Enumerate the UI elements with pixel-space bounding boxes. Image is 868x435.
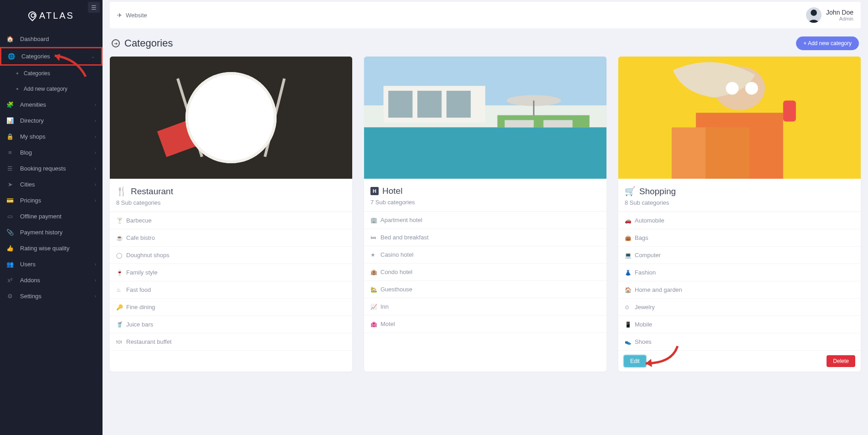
sub-item[interactable]: ⊙Jewelry (618, 299, 861, 316)
chevron-right-icon: › (95, 262, 96, 267)
sub-item[interactable]: ★Casino hotel (364, 246, 606, 264)
sub-label: Fine dining (126, 304, 155, 311)
card-title-text: Shopping (639, 186, 676, 197)
nav-label: Cities (20, 181, 35, 188)
website-link[interactable]: ✈ Website (117, 12, 147, 19)
nav-dashboard[interactable]: 🏠 Dashboard (0, 31, 103, 47)
plane-icon: ✈ (117, 12, 122, 19)
card-subcount: 8 Sub categories (625, 199, 854, 206)
nav-sub-label: Categories (24, 70, 50, 77)
sub-item[interactable]: 🏨Condo hotel (364, 264, 606, 281)
clip-icon: 📎 (6, 229, 14, 236)
nav-label: Directory (20, 117, 44, 124)
sub-label: Barbecue (126, 217, 152, 224)
sub-item[interactable]: 🏩Motel (364, 316, 606, 333)
nav-rating[interactable]: 👍 Rating wise quality (0, 240, 103, 256)
utensils-icon: 🍴 (116, 186, 127, 197)
sub-label: Guesthouse (380, 286, 412, 293)
sub-item[interactable]: 🏢Apartment hotel (364, 212, 606, 229)
sub-label: Mobile (635, 321, 652, 328)
sub-item[interactable]: 🚗Automobile (618, 212, 861, 229)
list-icon: ≡ (6, 149, 14, 156)
sub-icon: 🍷 (116, 269, 123, 276)
sub-label: Condo hotel (380, 269, 412, 275)
sub-item[interactable]: 🔑Fine dining (110, 299, 352, 316)
chevron-right-icon: › (95, 134, 96, 139)
nav-label: Pricings (20, 197, 41, 204)
sub-item[interactable]: 🍷Family style (110, 264, 352, 281)
nav-addons[interactable]: x² Addons › (0, 272, 103, 288)
nav-sub-label: Add new category (24, 86, 67, 92)
nav-payment-history[interactable]: 📎 Payment history (0, 224, 103, 240)
sub-item[interactable]: 👗Fashion (618, 264, 861, 281)
add-category-button[interactable]: + Add new category (796, 36, 859, 50)
nav-booking[interactable]: ☰ Booking requests › (0, 161, 103, 176)
sub-list: 🏢Apartment hotel 🛏Bed and breakfast ★Cas… (364, 212, 606, 333)
dot-icon (16, 72, 18, 74)
chevron-right-icon: › (95, 198, 96, 203)
nav-cities[interactable]: ➤ Cities › (0, 176, 103, 192)
brand-text: ATLAS (39, 10, 74, 21)
brand[interactable]: ATLAS (0, 2, 103, 29)
sub-item[interactable]: 🍽Restaurant buffet (110, 333, 352, 351)
sub-label: Motel (380, 321, 395, 327)
edit-button[interactable]: Edit (624, 355, 646, 367)
sub-item[interactable]: 👟Shoes (618, 333, 861, 351)
nav-label: Rating wise quality (20, 245, 69, 252)
rect-icon: ▭ (6, 213, 14, 220)
arrow-circle-icon: ➔ (112, 39, 120, 47)
sub-icon: 🛏 (370, 234, 377, 241)
nav-offline-payment[interactable]: ▭ Offline payment (0, 208, 103, 224)
svg-point-0 (811, 10, 817, 16)
card-actions: Edit Delete (618, 351, 861, 372)
sub-item[interactable]: 👜Bags (618, 229, 861, 247)
sub-list: 🍸Barbecue ☕Cafe bistro ◯Doughnut shops 🍷… (110, 212, 352, 351)
sub-label: Automobile (635, 217, 664, 224)
card-subcount: 8 Sub categories (116, 199, 346, 206)
nav-pricings[interactable]: 💳 Pricings › (0, 192, 103, 208)
avatar (806, 7, 822, 23)
nav-categories[interactable]: 🌐 Categories ⌄ (0, 47, 103, 66)
nav-sub-categories[interactable]: Categories (0, 66, 103, 81)
sub-icon: 🥤 (116, 321, 123, 328)
sub-item[interactable]: ♨Fast food (110, 281, 352, 299)
chevron-right-icon: › (95, 166, 96, 171)
nav-users[interactable]: 👥 Users › (0, 256, 103, 272)
dot-icon (16, 88, 18, 90)
sub-item[interactable]: 🏡Guesthouse (364, 281, 606, 298)
svg-rect-17 (447, 91, 471, 118)
sub-list: 🚗Automobile 👜Bags 💻Computer 👗Fashion 🏠Ho… (618, 212, 861, 351)
card-head: 🛒 Shopping 8 Sub categories (618, 179, 861, 212)
card-title: 🛒 Shopping (625, 186, 854, 197)
nav-label: Booking requests (20, 165, 66, 172)
card-icon: 💳 (6, 197, 14, 204)
card-image (618, 57, 861, 179)
nav-label: Settings (20, 293, 41, 300)
sub-item[interactable]: 📈Inn (364, 298, 606, 316)
sub-item[interactable]: 💻Computer (618, 247, 861, 264)
sub-item[interactable]: 🏠Home and garden (618, 281, 861, 299)
sub-item[interactable]: 🍸Barbecue (110, 212, 352, 229)
nav-directory[interactable]: 📊 Directory › (0, 113, 103, 129)
nav-blog[interactable]: ≡ Blog › (0, 145, 103, 161)
sub-item[interactable]: 🛏Bed and breakfast (364, 229, 606, 246)
nav-myshops[interactable]: 🔒 My shops › (0, 129, 103, 145)
sub-item[interactable]: 🥤Juice bars (110, 316, 352, 333)
nav-settings[interactable]: ⚙ Settings › (0, 288, 103, 304)
sub-label: Apartment hotel (380, 217, 422, 223)
user-block[interactable]: John Doe Admin (806, 7, 853, 23)
sidebar-toggle[interactable]: ☰ (88, 2, 100, 13)
delete-button[interactable]: Delete (827, 355, 855, 367)
sidebar: ☰ ATLAS 🏠 Dashboard 🌐 Categories ⌄ Categ… (0, 0, 103, 390)
svg-point-2 (187, 74, 275, 161)
nav-sub-add-category[interactable]: Add new category (0, 81, 103, 97)
card-title: 🍴 Restaurant (116, 186, 346, 197)
sub-icon: 🔑 (116, 304, 123, 311)
nav-label: Categories (21, 53, 50, 60)
sub-item[interactable]: ☕Cafe bistro (110, 229, 352, 247)
nav-amenities[interactable]: 🧩 Amenities › (0, 97, 103, 113)
sub-item[interactable]: ◯Doughnut shops (110, 247, 352, 264)
sub-label: Bags (635, 234, 648, 241)
card-shopping: 🛒 Shopping 8 Sub categories 🚗Automobile … (618, 57, 861, 372)
sub-item[interactable]: 📱Mobile (618, 316, 861, 333)
